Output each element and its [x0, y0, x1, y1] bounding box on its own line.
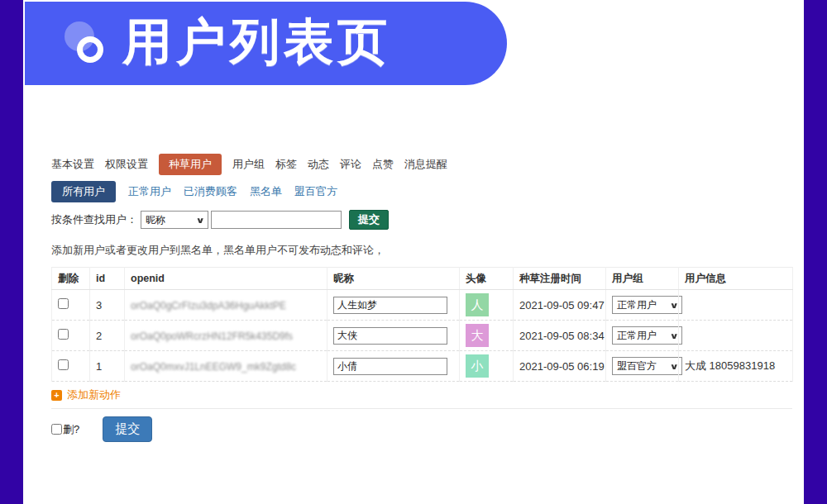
nickname-input[interactable]	[333, 358, 447, 375]
row-openid: orOaQ0gCrFIzu3dpA36HguAkktPE	[131, 300, 286, 311]
table-row: 1 orOaQ0mxvJ1LnEEGW9_mk9Zgtd8c 小 2021-09…	[52, 351, 793, 382]
col-header-avatar: 头像	[460, 268, 514, 290]
col-header-nickname: 昵称	[327, 268, 460, 290]
avatar: 小	[466, 354, 489, 378]
footer-row: 删? 提交	[51, 416, 792, 442]
user-group-select[interactable]: 正常用户 ∨	[612, 326, 682, 345]
chevron-down-icon: ∨	[195, 216, 204, 225]
row-register-time: 2021-09-05 08:34	[514, 321, 606, 351]
filter-all-users[interactable]: 所有用户	[51, 181, 116, 202]
page-title: 用户列表页	[122, 8, 391, 75]
tab-moments[interactable]: 动态	[308, 157, 329, 172]
filter-normal-users[interactable]: 正常用户	[128, 184, 171, 199]
table-header-row: 删除 id openid 昵称 头像 种草注册时间 用户组 用户信息	[52, 268, 793, 290]
right-border-strip	[804, 0, 827, 504]
delete-label: 删?	[63, 422, 79, 437]
table-row: 3 orOaQ0gCrFIzu3dpA36HguAkktPE 人 2021-09…	[52, 290, 793, 321]
add-action-link[interactable]: 添加新动作	[67, 388, 121, 402]
tab-seed-users[interactable]: 种草用户	[159, 154, 222, 175]
search-input[interactable]	[211, 211, 342, 229]
row-user-info: 大成 18059831918	[679, 351, 793, 382]
add-action-row: + 添加新动作	[51, 382, 792, 409]
search-row: 按条件查找用户： 昵称 ∨ 提交	[51, 210, 792, 230]
search-field-select[interactable]: 昵称 ∨	[141, 211, 208, 229]
col-header-openid: openid	[125, 268, 327, 290]
chevron-down-icon: ∨	[669, 301, 678, 310]
row-delete-checkbox[interactable]	[58, 359, 69, 370]
tab-basic-settings[interactable]: 基本设置	[51, 157, 94, 172]
user-group-selected-value: 正常用户	[617, 329, 657, 343]
page-banner: 用户列表页	[25, 2, 507, 85]
blacklist-note: 添加新用户或者更改用户到黑名单，黑名单用户不可发布动态和评论，	[51, 243, 792, 258]
chevron-down-icon: ∨	[669, 331, 678, 340]
row-register-time: 2021-09-05 09:47	[514, 290, 606, 321]
row-delete-checkbox[interactable]	[58, 329, 69, 340]
plus-icon: +	[51, 390, 62, 401]
avatar: 人	[466, 293, 489, 316]
nickname-input[interactable]	[333, 327, 447, 345]
filter-official[interactable]: 盟百官方	[294, 184, 337, 199]
user-group-selected-value: 正常用户	[617, 298, 657, 312]
user-filters: 所有用户 正常用户 已消费顾客 黑名单 盟百官方	[51, 181, 792, 202]
col-header-delete: 删除	[52, 268, 90, 290]
row-openid: orOaQ0poWRcrzHN12FR5k435D9fs	[131, 330, 293, 342]
search-submit-button[interactable]: 提交	[349, 210, 389, 230]
avatar: 大	[466, 324, 489, 347]
row-id: 3	[90, 290, 125, 321]
user-table: 删除 id openid 昵称 头像 种草注册时间 用户组 用户信息 3 orO…	[51, 267, 793, 382]
search-field-selected-value: 昵称	[146, 213, 165, 227]
col-header-id: id	[90, 268, 125, 290]
col-header-register-time: 种草注册时间	[514, 268, 606, 290]
tab-message-notify[interactable]: 消息提醒	[404, 157, 447, 172]
tab-user-groups[interactable]: 用户组	[232, 157, 265, 172]
row-id: 1	[90, 351, 125, 382]
filter-paid-customers[interactable]: 已消费顾客	[184, 184, 237, 199]
page: 用户列表页 基本设置 权限设置 种草用户 用户组 标签 动态 评论 点赞 消息提…	[0, 0, 827, 504]
main-tabs: 基本设置 权限设置 种草用户 用户组 标签 动态 评论 点赞 消息提醒	[51, 154, 792, 175]
footer-submit-button[interactable]: 提交	[103, 416, 152, 442]
nickname-input[interactable]	[333, 297, 447, 314]
row-id: 2	[90, 321, 125, 351]
table-row: 2 orOaQ0poWRcrzHN12FR5k435D9fs 大 2021-09…	[52, 321, 793, 351]
filter-blacklist[interactable]: 黑名单	[250, 184, 282, 199]
row-user-info	[679, 321, 793, 351]
tab-comments[interactable]: 评论	[340, 157, 361, 172]
decor-ring-icon	[77, 36, 103, 63]
user-group-selected-value: 盟百官方	[617, 359, 657, 373]
tab-permission-settings[interactable]: 权限设置	[105, 157, 148, 172]
user-group-select[interactable]: 正常用户 ∨	[612, 296, 682, 314]
row-user-info	[679, 290, 793, 321]
col-header-user-group: 用户组	[606, 268, 679, 290]
left-border-strip	[0, 0, 23, 504]
tab-labels[interactable]: 标签	[275, 157, 297, 172]
row-delete-checkbox[interactable]	[58, 298, 69, 309]
user-group-select[interactable]: 盟百官方 ∨	[612, 357, 682, 375]
col-header-user-info: 用户信息	[679, 268, 793, 290]
chevron-down-icon: ∨	[669, 362, 678, 371]
row-register-time: 2021-09-05 06:19	[514, 351, 606, 382]
tab-likes[interactable]: 点赞	[372, 157, 394, 172]
search-label: 按条件查找用户：	[51, 212, 137, 227]
delete-all-checkbox[interactable]	[51, 424, 62, 435]
main-content: 基本设置 权限设置 种草用户 用户组 标签 动态 评论 点赞 消息提醒 所有用户…	[51, 154, 792, 442]
row-openid: orOaQ0mxvJ1LnEEGW9_mk9Zgtd8c	[131, 361, 296, 373]
